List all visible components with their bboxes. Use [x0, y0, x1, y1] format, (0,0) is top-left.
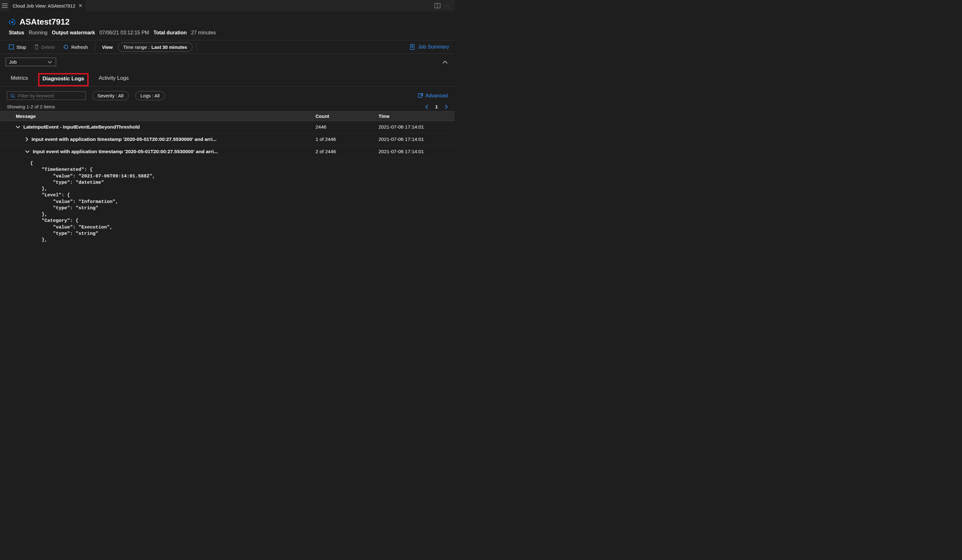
scope-row: Job	[0, 54, 455, 68]
time-range-picker[interactable]: Time range : Last 30 minutes	[118, 42, 192, 52]
tab-metrics[interactable]: Metrics	[10, 73, 29, 86]
prev-page-icon[interactable]	[425, 105, 428, 109]
close-icon[interactable]: ✕	[79, 3, 82, 8]
more-icon[interactable]: ···	[444, 3, 450, 8]
log-json-detail: { "TimeGenerated": { "value": "2021-07-0…	[0, 158, 455, 243]
view-label: View	[99, 42, 116, 52]
showing-text: Showing 1-2 of 2 items	[7, 104, 55, 109]
chevron-down-icon	[48, 61, 52, 64]
chevron-down-icon	[25, 150, 30, 153]
stop-button[interactable]: Stop	[6, 42, 29, 52]
svg-line-7	[14, 97, 15, 98]
menu-icon[interactable]	[2, 3, 8, 8]
svg-rect-4	[9, 45, 14, 49]
job-summary-link[interactable]: Job Summary	[410, 44, 449, 50]
page-number: 1	[435, 104, 438, 109]
svg-rect-8	[418, 94, 422, 97]
filter-row: Severity : All Logs : All Advanced	[0, 87, 455, 102]
next-page-icon[interactable]	[445, 105, 448, 109]
table-row[interactable]: Input event with application timestamp '…	[0, 133, 455, 145]
col-count: Count	[316, 113, 379, 119]
delete-button: Delete	[31, 42, 58, 52]
stream-analytics-icon	[9, 19, 16, 26]
duration-label: Total duration	[153, 30, 187, 36]
watermark-value: 07/06/21 03:12:15 PM	[99, 30, 149, 36]
table-header: Message Count Time	[0, 111, 455, 121]
scope-select[interactable]: Job	[6, 58, 56, 66]
status-label: Status	[9, 30, 24, 36]
severity-filter[interactable]: Severity : All	[92, 91, 129, 100]
refresh-button[interactable]: Refresh	[60, 42, 91, 52]
logs-filter[interactable]: Logs : All	[135, 91, 165, 100]
results-summary: Showing 1-2 of 2 items 1	[0, 102, 455, 111]
subtab-row: Metrics Diagnostic Logs Activity Logs	[0, 68, 455, 87]
duration-value: 27 minutes	[191, 30, 216, 36]
svg-rect-5	[410, 44, 414, 50]
chevron-down-icon	[16, 126, 20, 129]
tab-activity-logs[interactable]: Activity Logs	[97, 73, 130, 86]
separator	[196, 43, 197, 51]
svg-point-6	[11, 94, 14, 97]
status-value: Running	[29, 30, 48, 36]
editor-tab[interactable]: Cloud Job View: ASAtest7912 ✕	[10, 0, 86, 11]
tab-diagnostic-logs[interactable]: Diagnostic Logs	[38, 73, 89, 86]
advanced-link[interactable]: Advanced	[418, 93, 448, 98]
pager: 1	[425, 104, 448, 109]
svg-point-3	[11, 21, 13, 23]
col-time: Time	[379, 113, 448, 119]
table-row[interactable]: LateInputEvent - InputEventLateBeyondThr…	[0, 121, 455, 133]
editor-tab-bar: Cloud Job View: ASAtest7912 ✕ ···	[0, 0, 455, 11]
svg-line-9	[420, 94, 423, 96]
collapse-section-icon[interactable]	[442, 60, 448, 64]
watermark-label: Output watermark	[52, 30, 95, 36]
tab-title: Cloud Job View: ASAtest7912	[13, 3, 75, 8]
search-icon	[10, 93, 15, 98]
job-title: ASAtest7912	[19, 17, 69, 27]
job-header: ASAtest7912 Status Running Output waterm…	[0, 11, 455, 40]
col-message: Message	[16, 113, 316, 119]
table-row[interactable]: Input event with application timestamp '…	[0, 145, 455, 158]
split-editor-icon[interactable]	[435, 3, 440, 8]
toolbar: Stop Delete Refresh View Time range : La…	[0, 40, 455, 54]
chevron-right-icon	[25, 137, 28, 142]
keyword-input[interactable]	[18, 93, 82, 98]
keyword-search[interactable]	[7, 91, 86, 100]
